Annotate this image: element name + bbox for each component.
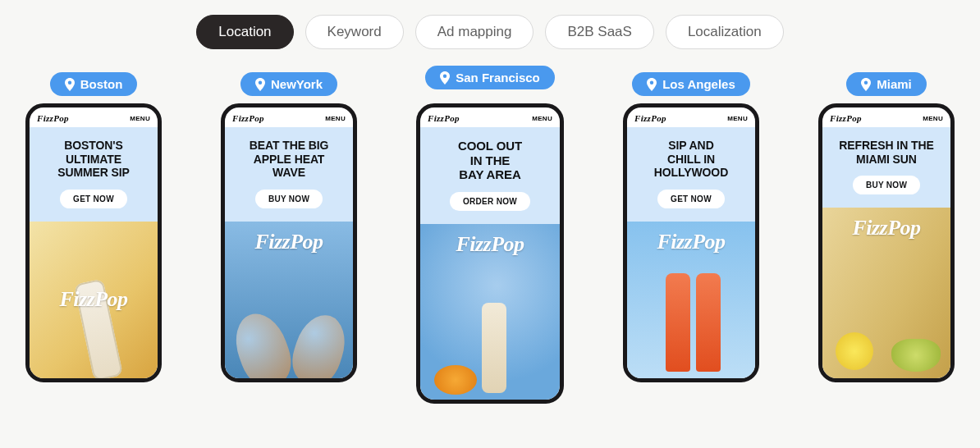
phone-cta-button[interactable]: BUY NOW [255,190,323,208]
phone-header: FizzPop MENU [822,107,950,127]
phone-card-losangeles: Los Angeles FizzPop MENU SIP AND CHILL I… [623,103,759,382]
fizzpop-overlay-text: FizzPop [456,232,524,257]
fizzpop-overlay-text: FizzPop [852,216,920,240]
location-chip: NewYork [240,72,337,96]
svg-point-3 [650,80,653,84]
phone-cta-button[interactable]: GET NOW [60,190,127,208]
phone-headline: REFRESH IN THE MIAMI SUN [829,139,944,166]
phone-cta-button[interactable]: BUY NOW [853,176,920,194]
phone-brand-logo: FizzPop [37,113,69,123]
svg-point-1 [259,80,262,84]
map-pin-icon [440,71,450,85]
phone-headline: BOSTON'S ULTIMATE SUMMER SIP [36,139,151,180]
svg-point-0 [67,80,71,84]
phone-frame: FizzPop MENU BOSTON'S ULTIMATE SUMMER SI… [25,103,162,382]
phone-hero: SIP AND CHILL IN HOLLYWOOD GET NOW [627,127,755,222]
phone-product-image: FizzPop [30,222,158,378]
phone-cta-button[interactable]: ORDER NOW [450,192,530,211]
phone-menu-button[interactable]: MENU [532,115,552,122]
phone-card-newyork: NewYork FizzPop MENU BEAT THE BIG APPLE … [221,103,357,382]
phone-header: FizzPop MENU [30,107,158,127]
map-pin-icon [861,78,871,91]
phone-hero: REFRESH IN THE MIAMI SUN BUY NOW [822,127,950,208]
tab-localization[interactable]: Localization [666,15,784,49]
phone-header: FizzPop MENU [225,107,353,127]
phone-card-sanfrancisco: San Francisco FizzPop MENU COOL OUT IN T… [416,103,564,404]
phone-hero: COOL OUT IN THE BAY AREA ORDER NOW [420,127,560,224]
phone-frame: FizzPop MENU COOL OUT IN THE BAY AREA OR… [416,103,564,404]
phone-product-image: FizzPop [420,224,560,400]
phone-cta-button[interactable]: GET NOW [657,190,725,208]
fizzpop-overlay-text: FizzPop [254,230,323,254]
phone-brand-logo: FizzPop [830,113,862,123]
tab-b2b-saas[interactable]: B2B SaaS [545,15,653,49]
phone-headline: BEAT THE BIG APPLE HEAT WAVE [231,139,346,180]
tab-location[interactable]: Location [196,15,293,49]
phone-product-image: FizzPop [627,222,755,378]
phone-product-image: FizzPop [822,208,950,378]
location-chip: Los Angeles [632,72,750,96]
map-pin-icon [65,78,75,91]
phone-frame: FizzPop MENU SIP AND CHILL IN HOLLYWOOD … [623,103,759,382]
tab-ad-mapping[interactable]: Ad mapping [415,15,534,49]
phone-hero: BOSTON'S ULTIMATE SUMMER SIP GET NOW [30,127,158,222]
location-chip: San Francisco [425,66,555,89]
location-chip: Miami [846,72,927,96]
phone-hero: BEAT THE BIG APPLE HEAT WAVE BUY NOW [225,127,353,222]
location-chip-label: San Francisco [456,71,540,85]
phone-card-boston: Boston FizzPop MENU BOSTON'S ULTIMATE SU… [25,103,162,382]
tab-keyword[interactable]: Keyword [305,15,404,49]
phone-frame: FizzPop MENU REFRESH IN THE MIAMI SUN BU… [818,103,955,382]
location-chip: Boston [50,72,138,96]
location-chip-label: Boston [80,77,123,91]
phone-frame: FizzPop MENU BEAT THE BIG APPLE HEAT WAV… [221,103,357,382]
location-chip-label: Los Angeles [662,77,735,91]
phone-brand-logo: FizzPop [232,113,264,123]
svg-point-4 [864,80,868,84]
phone-card-miami: Miami FizzPop MENU REFRESH IN THE MIAMI … [818,103,955,382]
phone-brand-logo: FizzPop [428,113,460,123]
phones-row: Boston FizzPop MENU BOSTON'S ULTIMATE SU… [0,49,980,404]
phone-header: FizzPop MENU [420,107,560,127]
phone-brand-logo: FizzPop [634,113,666,123]
location-chip-label: NewYork [271,77,323,91]
tabs-bar: Location Keyword Ad mapping B2B SaaS Loc… [0,0,980,49]
phone-header: FizzPop MENU [627,107,755,127]
map-pin-icon [255,78,265,91]
phone-menu-button[interactable]: MENU [727,115,748,122]
phone-headline: COOL OUT IN THE BAY AREA [427,139,553,182]
phone-menu-button[interactable]: MENU [130,115,150,122]
phone-headline: SIP AND CHILL IN HOLLYWOOD [634,139,749,180]
phone-menu-button[interactable]: MENU [325,115,346,122]
location-chip-label: Miami [877,77,912,91]
map-pin-icon [647,78,657,91]
fizzpop-overlay-text: FizzPop [657,230,725,254]
phone-menu-button[interactable]: MENU [923,115,943,122]
svg-point-2 [443,74,446,77]
fizzpop-overlay-text: FizzPop [59,287,127,312]
phone-product-image: FizzPop [225,222,353,378]
